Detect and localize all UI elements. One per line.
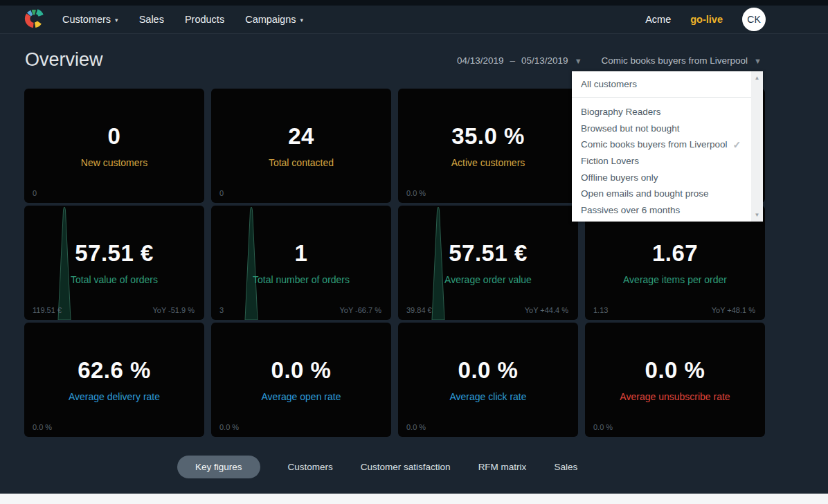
- kpi-prev-value: 0.0 %: [593, 423, 613, 431]
- overview-page: Overview 04/13/2019 – 05/13/2019 ▼ Comic…: [0, 34, 828, 494]
- kpi-prev-value: 0.0 %: [219, 423, 239, 431]
- kpi-value: 0.0 %: [645, 357, 705, 384]
- kpi-card-active-customers: 35.0 % Active customers 0.0 %: [398, 89, 578, 203]
- page-bottom-strip: [0, 494, 828, 504]
- date-range-selector[interactable]: 04/13/2019 – 05/13/2019 ▼: [457, 55, 582, 66]
- navbar-right: Acme go-live CK: [645, 8, 766, 31]
- kpi-value: 24: [288, 123, 314, 150]
- dropdown-caret-icon: ▼: [754, 57, 762, 65]
- kpi-prev-value: 39.84 €: [406, 306, 432, 314]
- segment-dropdown-list: All customers Biography Readers Browsed …: [572, 71, 751, 222]
- dropdown-item-label: Open emails and bought prose: [581, 188, 709, 199]
- date-separator: –: [510, 55, 516, 66]
- date-start: 04/13/2019: [457, 55, 504, 66]
- kpi-card-new-customers: 0 New customers 0: [24, 89, 204, 203]
- golive-link[interactable]: go-live: [690, 14, 723, 25]
- kpi-card-average-click-rate: 0.0 % Average click rate 0.0 %: [398, 323, 578, 437]
- account-name[interactable]: Acme: [645, 14, 671, 25]
- dropdown-item-label: Offline buyers only: [581, 172, 658, 183]
- kpi-yoy-value: YoY -66.7 %: [339, 306, 381, 314]
- chevron-down-icon: ▾: [115, 17, 118, 24]
- kpi-label: Total value of orders: [71, 274, 158, 285]
- kpi-label: New customers: [81, 157, 147, 168]
- kpi-value: 0.0 %: [458, 357, 519, 384]
- kpi-card-average-order-value: 57.51 € Average order value 39.84 € YoY …: [398, 206, 578, 320]
- window-top-strip: [0, 0, 828, 6]
- segment-selector-value: Comic books buyers from Liverpool: [602, 55, 748, 66]
- dropdown-item-label: Comic books buyers from Liverpool: [581, 139, 728, 150]
- dropdown-caret-icon: ▼: [575, 57, 582, 65]
- page-title: Overview: [25, 49, 103, 71]
- tab-rfm-matrix[interactable]: RFM matrix: [478, 462, 527, 472]
- dropdown-item-biography-readers[interactable]: Biography Readers: [572, 104, 751, 120]
- dropdown-item-open-emails-bought-prose[interactable]: Open emails and bought prose: [572, 186, 751, 202]
- kpi-value: 35.0 %: [451, 123, 525, 150]
- dropdown-item-label: Browsed but not bought: [581, 123, 680, 134]
- tab-customers[interactable]: Customers: [288, 462, 333, 472]
- dropdown-item-comic-books-buyers[interactable]: Comic books buyers from Liverpool ✓: [572, 136, 751, 153]
- kpi-label: Average items per order: [623, 274, 727, 285]
- dropdown-item-offline-buyers-only[interactable]: Offline buyers only: [572, 169, 751, 186]
- kpi-label: Average open rate: [262, 391, 341, 402]
- dropdown-item-label: Passives over 6 months: [581, 205, 680, 215]
- dropdown-item-label: Fiction Lovers: [581, 156, 639, 166]
- navbar: Customers ▾ Sales Products Campaigns ▾ A…: [0, 6, 828, 34]
- kpi-prev-value: 1.13: [593, 306, 608, 314]
- kpi-value: 1.67: [652, 240, 698, 267]
- kpi-yoy-value: YoY +48.1 %: [712, 306, 755, 314]
- scroll-up-icon[interactable]: ▲: [755, 75, 760, 81]
- kpi-card-average-delivery-rate: 62.6 % Average delivery rate 0.0 %: [24, 323, 204, 437]
- kpi-prev-value: 119.51 €: [33, 306, 62, 314]
- nav-item-label: Products: [185, 14, 224, 25]
- kpi-yoy-value: YoY +44.4 %: [525, 306, 568, 314]
- kpi-value: 62.6 %: [78, 357, 151, 384]
- kpi-value: 0.0 %: [271, 357, 332, 384]
- nav-item-campaigns[interactable]: Campaigns ▾: [245, 14, 303, 25]
- dropdown-item-all-customers[interactable]: All customers: [572, 71, 751, 98]
- dropdown-item-fiction-lovers[interactable]: Fiction Lovers: [572, 153, 751, 170]
- header-controls: 04/13/2019 – 05/13/2019 ▼ Comic books bu…: [457, 55, 762, 66]
- kpi-label: Total contacted: [269, 157, 334, 168]
- kpi-label: Average click rate: [449, 391, 526, 402]
- nav-item-products[interactable]: Products: [185, 14, 224, 25]
- user-avatar[interactable]: CK: [742, 8, 766, 31]
- nav-item-customers[interactable]: Customers ▾: [62, 14, 118, 25]
- kpi-yoy-value: YoY -51.9 %: [152, 306, 195, 314]
- scroll-down-icon[interactable]: ▼: [755, 212, 760, 218]
- main-nav: Customers ▾ Sales Products Campaigns ▾: [62, 14, 303, 25]
- tab-sales[interactable]: Sales: [554, 462, 577, 472]
- kpi-prev-value: 0.0 %: [406, 423, 426, 431]
- dropdown-item-passives-over-6-months[interactable]: Passives over 6 months: [572, 202, 751, 219]
- kpi-card-total-value-of-orders: 57.51 € Total value of orders 119.51 € Y…: [24, 206, 204, 320]
- kpi-prev-value: 0: [33, 189, 37, 197]
- kpi-label: Average delivery rate: [69, 391, 160, 402]
- kpi-label: Active customers: [451, 157, 525, 168]
- kpi-label: Average unsubscribe rate: [620, 391, 730, 402]
- segment-selector[interactable]: Comic books buyers from Liverpool ▼: [602, 55, 762, 66]
- kpi-prev-value: 0: [219, 189, 224, 197]
- date-end: 05/13/2019: [521, 55, 568, 66]
- nav-item-label: Customers: [62, 14, 111, 25]
- kpi-prev-value: 3: [219, 306, 224, 314]
- kpi-card-average-unsubscribe-rate: 0.0 % Average unsubscribe rate 0.0 %: [585, 323, 765, 437]
- dropdown-item-browsed-but-not-bought[interactable]: Browsed but not bought: [572, 120, 751, 137]
- kpi-card-total-contacted: 24 Total contacted 0: [211, 89, 391, 203]
- bottom-tab-bar: Key figures Customers Customer satisfact…: [177, 456, 577, 478]
- kpi-label: Total number of orders: [253, 274, 350, 285]
- dropdown-item-label: Biography Readers: [581, 107, 661, 117]
- tab-customer-satisfaction[interactable]: Customer satisfaction: [361, 462, 451, 472]
- nav-item-sales[interactable]: Sales: [139, 14, 164, 25]
- kpi-card-average-open-rate: 0.0 % Average open rate 0.0 %: [211, 323, 391, 437]
- check-icon: ✓: [733, 139, 741, 150]
- nav-item-label: Sales: [139, 14, 164, 25]
- dropdown-item-label: All customers: [581, 79, 637, 89]
- segment-dropdown-panel: All customers Biography Readers Browsed …: [572, 71, 763, 222]
- nav-item-label: Campaigns: [245, 14, 296, 25]
- dropdown-scrollbar[interactable]: ▲ ▼: [751, 71, 763, 222]
- chevron-down-icon: ▾: [300, 17, 304, 24]
- app-logo-icon[interactable]: [24, 8, 46, 30]
- tab-key-figures[interactable]: Key figures: [177, 456, 260, 478]
- kpi-value: 57.51 €: [75, 240, 154, 267]
- kpi-value: 57.51 €: [449, 240, 528, 267]
- kpi-value: 1: [295, 240, 308, 267]
